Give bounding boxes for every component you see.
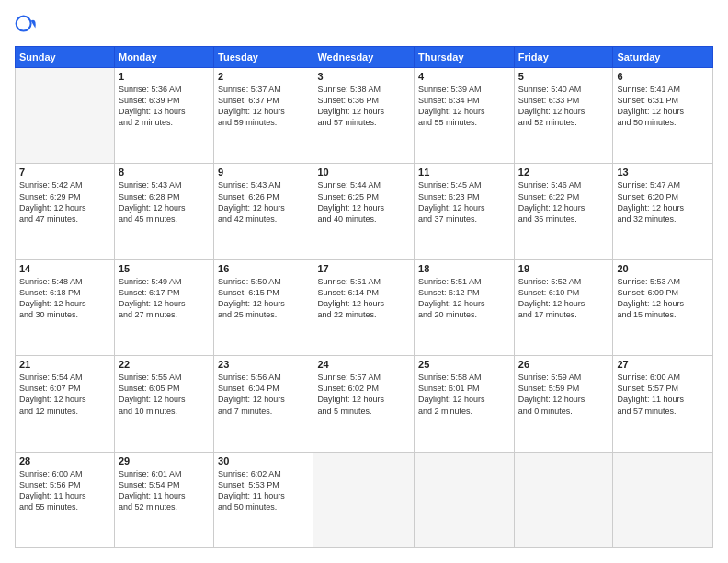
calendar-header-saturday: Saturday: [613, 47, 713, 68]
calendar-cell: 24Sunrise: 5:57 AMSunset: 6:02 PMDayligh…: [313, 356, 415, 452]
day-number: 22: [119, 359, 210, 370]
calendar-cell: 30Sunrise: 6:02 AMSunset: 5:53 PMDayligh…: [214, 452, 313, 547]
calendar-week-5: 28Sunrise: 6:00 AMSunset: 5:56 PMDayligh…: [16, 452, 713, 547]
day-info: Sunrise: 6:00 AMSunset: 5:56 PMDaylight:…: [19, 468, 110, 513]
day-info: Sunrise: 5:48 AMSunset: 6:18 PMDaylight:…: [19, 276, 110, 321]
day-number: 28: [19, 455, 110, 466]
day-info: Sunrise: 5:43 AMSunset: 6:28 PMDaylight:…: [119, 179, 210, 224]
calendar-cell: 19Sunrise: 5:52 AMSunset: 6:10 PMDayligh…: [514, 259, 613, 355]
calendar-header-thursday: Thursday: [415, 47, 515, 68]
calendar-cell: 8Sunrise: 5:43 AMSunset: 6:28 PMDaylight…: [114, 164, 213, 259]
calendar-week-2: 7Sunrise: 5:42 AMSunset: 6:29 PMDaylight…: [16, 164, 713, 259]
day-info: Sunrise: 5:36 AMSunset: 6:39 PMDaylight:…: [119, 84, 210, 129]
calendar-cell: 21Sunrise: 5:54 AMSunset: 6:07 PMDayligh…: [16, 356, 115, 452]
day-number: 13: [617, 167, 709, 178]
day-info: Sunrise: 5:58 AMSunset: 6:01 PMDaylight:…: [418, 372, 510, 417]
day-info: Sunrise: 6:00 AMSunset: 5:57 PMDaylight:…: [617, 372, 709, 417]
calendar-cell: 26Sunrise: 5:59 AMSunset: 5:59 PMDayligh…: [514, 356, 613, 452]
calendar-cell: 4Sunrise: 5:39 AMSunset: 6:34 PMDaylight…: [415, 68, 515, 164]
calendar-cell: 14Sunrise: 5:48 AMSunset: 6:18 PMDayligh…: [16, 259, 115, 355]
day-info: Sunrise: 5:45 AMSunset: 6:23 PMDaylight:…: [418, 179, 510, 224]
calendar-cell: 7Sunrise: 5:42 AMSunset: 6:29 PMDaylight…: [16, 164, 115, 259]
day-info: Sunrise: 6:02 AMSunset: 5:53 PMDaylight:…: [218, 468, 309, 513]
calendar-cell: 28Sunrise: 6:00 AMSunset: 5:56 PMDayligh…: [16, 452, 115, 547]
calendar-cell: 5Sunrise: 5:40 AMSunset: 6:33 PMDaylight…: [514, 68, 613, 164]
day-info: Sunrise: 5:57 AMSunset: 6:02 PMDaylight:…: [317, 372, 410, 417]
day-number: 9: [218, 167, 309, 178]
calendar-cell: 25Sunrise: 5:58 AMSunset: 6:01 PMDayligh…: [415, 356, 515, 452]
day-info: Sunrise: 5:40 AMSunset: 6:33 PMDaylight:…: [518, 84, 609, 129]
day-info: Sunrise: 5:51 AMSunset: 6:12 PMDaylight:…: [418, 276, 510, 321]
day-info: Sunrise: 6:01 AMSunset: 5:54 PMDaylight:…: [119, 468, 210, 513]
calendar-cell: 27Sunrise: 6:00 AMSunset: 5:57 PMDayligh…: [613, 356, 713, 452]
logo: [15, 15, 40, 37]
calendar-header-tuesday: Tuesday: [214, 47, 313, 68]
calendar-cell: 17Sunrise: 5:51 AMSunset: 6:14 PMDayligh…: [313, 259, 415, 355]
day-number: 2: [218, 71, 309, 82]
day-info: Sunrise: 5:37 AMSunset: 6:37 PMDaylight:…: [218, 84, 309, 129]
day-number: 25: [418, 359, 510, 370]
calendar-table: SundayMondayTuesdayWednesdayThursdayFrid…: [15, 46, 713, 548]
calendar-cell: 3Sunrise: 5:38 AMSunset: 6:36 PMDaylight…: [313, 68, 415, 164]
calendar-cell: 11Sunrise: 5:45 AMSunset: 6:23 PMDayligh…: [415, 164, 515, 259]
calendar-cell: 22Sunrise: 5:55 AMSunset: 6:05 PMDayligh…: [114, 356, 213, 452]
day-number: 16: [218, 263, 309, 274]
day-number: 17: [317, 263, 410, 274]
day-info: Sunrise: 5:51 AMSunset: 6:14 PMDaylight:…: [317, 276, 410, 321]
day-info: Sunrise: 5:47 AMSunset: 6:20 PMDaylight:…: [617, 179, 709, 224]
calendar-week-4: 21Sunrise: 5:54 AMSunset: 6:07 PMDayligh…: [16, 356, 713, 452]
day-info: Sunrise: 5:39 AMSunset: 6:34 PMDaylight:…: [418, 84, 510, 129]
calendar-body: 1Sunrise: 5:36 AMSunset: 6:39 PMDaylight…: [16, 68, 713, 548]
calendar-cell: [16, 68, 115, 164]
calendar-cell: 15Sunrise: 5:49 AMSunset: 6:17 PMDayligh…: [114, 259, 213, 355]
calendar-cell: 29Sunrise: 6:01 AMSunset: 5:54 PMDayligh…: [114, 452, 213, 547]
day-info: Sunrise: 5:38 AMSunset: 6:36 PMDaylight:…: [317, 84, 410, 129]
day-number: 15: [119, 263, 210, 274]
day-number: 5: [518, 71, 609, 82]
calendar-header-row: SundayMondayTuesdayWednesdayThursdayFrid…: [16, 47, 713, 68]
calendar-cell: 20Sunrise: 5:53 AMSunset: 6:09 PMDayligh…: [613, 259, 713, 355]
day-number: 3: [317, 71, 410, 82]
calendar-cell: 23Sunrise: 5:56 AMSunset: 6:04 PMDayligh…: [214, 356, 313, 452]
calendar-cell: 13Sunrise: 5:47 AMSunset: 6:20 PMDayligh…: [613, 164, 713, 259]
calendar-header-sunday: Sunday: [16, 47, 115, 68]
day-number: 18: [418, 263, 510, 274]
day-number: 29: [119, 455, 210, 466]
calendar-week-3: 14Sunrise: 5:48 AMSunset: 6:18 PMDayligh…: [16, 259, 713, 355]
day-info: Sunrise: 5:55 AMSunset: 6:05 PMDaylight:…: [119, 372, 210, 417]
day-number: 21: [19, 359, 110, 370]
logo-icon: [15, 15, 37, 37]
day-info: Sunrise: 5:44 AMSunset: 6:25 PMDaylight:…: [317, 179, 410, 224]
day-info: Sunrise: 5:46 AMSunset: 6:22 PMDaylight:…: [518, 179, 609, 224]
day-info: Sunrise: 5:59 AMSunset: 5:59 PMDaylight:…: [518, 372, 609, 417]
day-number: 14: [19, 263, 110, 274]
day-number: 27: [617, 359, 709, 370]
calendar-cell: [415, 452, 515, 547]
calendar-header-wednesday: Wednesday: [313, 47, 415, 68]
day-info: Sunrise: 5:54 AMSunset: 6:07 PMDaylight:…: [19, 372, 110, 417]
day-number: 20: [617, 263, 709, 274]
day-number: 11: [418, 167, 510, 178]
day-number: 30: [218, 455, 309, 466]
calendar-cell: 2Sunrise: 5:37 AMSunset: 6:37 PMDaylight…: [214, 68, 313, 164]
calendar-cell: 18Sunrise: 5:51 AMSunset: 6:12 PMDayligh…: [415, 259, 515, 355]
day-number: 6: [617, 71, 709, 82]
day-info: Sunrise: 5:49 AMSunset: 6:17 PMDaylight:…: [119, 276, 210, 321]
day-info: Sunrise: 5:42 AMSunset: 6:29 PMDaylight:…: [19, 179, 110, 224]
calendar-header-monday: Monday: [114, 47, 213, 68]
day-info: Sunrise: 5:56 AMSunset: 6:04 PMDaylight:…: [218, 372, 309, 417]
day-number: 19: [518, 263, 609, 274]
day-number: 10: [317, 167, 410, 178]
calendar-cell: 9Sunrise: 5:43 AMSunset: 6:26 PMDaylight…: [214, 164, 313, 259]
calendar-cell: 10Sunrise: 5:44 AMSunset: 6:25 PMDayligh…: [313, 164, 415, 259]
day-number: 7: [19, 167, 110, 178]
page-header: [15, 15, 713, 37]
calendar-week-1: 1Sunrise: 5:36 AMSunset: 6:39 PMDaylight…: [16, 68, 713, 164]
day-info: Sunrise: 5:41 AMSunset: 6:31 PMDaylight:…: [617, 84, 709, 129]
day-info: Sunrise: 5:50 AMSunset: 6:15 PMDaylight:…: [218, 276, 309, 321]
day-number: 1: [119, 71, 210, 82]
day-number: 12: [518, 167, 609, 178]
day-info: Sunrise: 5:43 AMSunset: 6:26 PMDaylight:…: [218, 179, 309, 224]
calendar-cell: [613, 452, 713, 547]
calendar-header-friday: Friday: [514, 47, 613, 68]
